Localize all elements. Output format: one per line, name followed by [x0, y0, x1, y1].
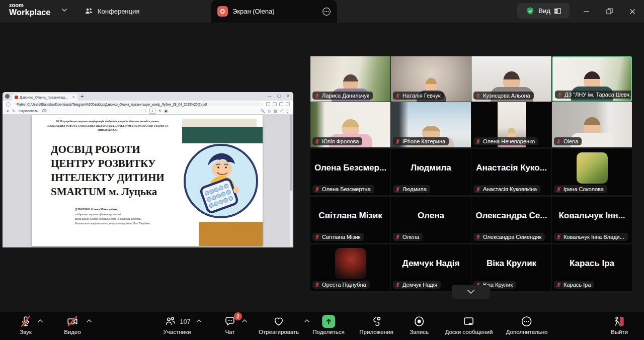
window-restore-button[interactable]: [601, 0, 618, 23]
react-options-chevron[interactable]: [304, 319, 310, 323]
display-name: Карась Іра: [552, 259, 632, 269]
participant-name: Olena: [564, 138, 578, 144]
name-tile[interactable]: Олександра Се... Олександра Семендяк: [471, 197, 551, 243]
name-tile[interactable]: Людмила Людмила: [391, 149, 471, 195]
url-field[interactable]: Файл | C:/Users/Stanislav/Downloads/Tele…: [13, 102, 264, 107]
tab-conference[interactable]: Конференция: [85, 0, 139, 23]
tab-options-icon[interactable]: [322, 7, 331, 16]
audio-options-chevron[interactable]: [37, 319, 43, 323]
toolbar-record-button[interactable]: Запись: [410, 314, 429, 335]
heart-icon: [272, 314, 285, 328]
video-tile[interactable]: iPhone Катерина: [391, 102, 471, 147]
video-tile[interactable]: Юлія Фролова: [310, 102, 390, 147]
pdf-more-icon[interactable]: ⋮: [286, 109, 289, 113]
mic-muted-icon: [556, 139, 561, 144]
display-name: Олександра Се...: [471, 211, 551, 221]
record-icon: [413, 314, 426, 328]
tab-screen-label: Экран (Olena): [232, 8, 275, 15]
participants-options-chevron[interactable]: [196, 319, 202, 323]
participant-name: Світлана Мізик: [322, 234, 360, 240]
chevron-down-icon: [467, 289, 475, 294]
toolbar-share-label: Поделиться: [312, 329, 345, 335]
toolbar-react-button[interactable]: Отреагировать: [259, 314, 299, 335]
top-bar: zoom Workplace Конференция O Экран (Olen…: [0, 0, 644, 23]
name-tile[interactable]: Карась Іра Карась Іра: [552, 244, 632, 291]
toolbar-participants-button[interactable]: 107 Участники: [164, 314, 191, 335]
pdf-search-icon[interactable]: 🔍: [260, 109, 265, 113]
video-tile-active-speaker[interactable]: ДЗ "ЛНУ ім. Тараса Шевч...: [552, 56, 632, 102]
slide-author-block: ДЗВОНКО Олена Миколаївна, здобувачка пер…: [75, 207, 181, 226]
pdf-rotate-icon[interactable]: ⟲: [158, 109, 162, 113]
slide-teal-band: [182, 127, 263, 143]
pdf-draw-button[interactable]: Нарисовать: [19, 109, 38, 113]
pdf-fullscreen-icon[interactable]: ⤢: [280, 109, 283, 113]
toolbar-audio-button[interactable]: Звук: [19, 314, 32, 335]
mic-muted-icon: [395, 282, 400, 288]
zoom-out-icon[interactable]: −: [139, 109, 141, 113]
video-tile[interactable]: Олена Нечепоренко: [471, 102, 551, 147]
mic-muted-icon: [314, 282, 320, 288]
video-tile[interactable]: Наталія Гевчук: [391, 56, 471, 102]
workspace-chevron-down-icon[interactable]: [61, 8, 67, 12]
zoom-in-icon[interactable]: +: [144, 109, 146, 113]
video-tile[interactable]: Кузнєцова Альона: [471, 56, 551, 102]
participant-name: Анастасія Куковякіна: [483, 186, 537, 192]
slide-conference-header: ІІІ Всеукраїнська наукова конференція зд…: [42, 119, 174, 132]
toolbar-whiteboards-button[interactable]: Доски сообщений: [445, 314, 493, 335]
name-tile[interactable]: Демчук Надія Демчук Надія: [391, 244, 471, 291]
toolbar-share-button[interactable]: Поделиться: [312, 314, 345, 335]
new-tab-button[interactable]: +: [80, 93, 84, 99]
pdf-toolbar: ≡ ✎ Нарисовать ⌫ − + 1 ⟲ ▣ 🔍 ⎙ ▥ ⤢ ⋮: [3, 108, 293, 115]
slide-author-line3: Волинського національного університету і…: [75, 221, 181, 226]
name-tile[interactable]: Світлана Мізик Світлана Мізик: [310, 197, 390, 243]
name-tile[interactable]: Анастасія Куко... Анастасія Куковякіна: [471, 149, 551, 195]
people-group-icon: [85, 8, 93, 15]
toolbar-leave-button[interactable]: Выйти: [611, 314, 628, 335]
name-tile[interactable]: Олена Безсмер... Олена Безсмертна: [310, 149, 390, 195]
browser-reload-icon[interactable]: [6, 102, 11, 107]
toolbar-chat-button[interactable]: 2 Чат: [223, 314, 236, 335]
pdf-eraser-icon[interactable]: ⌫: [41, 109, 46, 113]
pdf-pen-icon[interactable]: ✎: [12, 109, 15, 113]
browser-pdf-tab[interactable]: Дзвонко_Олена_презентаці... ✕: [12, 94, 77, 101]
pdf-page-field[interactable]: 1: [149, 109, 155, 114]
view-button[interactable]: Вид: [517, 3, 570, 19]
name-tile[interactable]: Ковальчук Інн... Ковальчук Інна Влади...: [552, 197, 632, 243]
toolbar-more-button[interactable]: Дополнительно: [506, 314, 548, 335]
pdf-scrollbar[interactable]: [290, 115, 292, 246]
chat-options-chevron[interactable]: [242, 319, 248, 323]
more-participants-button[interactable]: [452, 285, 490, 299]
name-tile[interactable]: Віка Крулик Віка Крулик: [471, 244, 551, 291]
pdf-print-icon[interactable]: ⎙: [268, 109, 271, 113]
pdf-menu-icon[interactable]: ≡: [7, 109, 9, 113]
toolbar-apps-button[interactable]: Приложения: [359, 314, 393, 335]
participant-name-pill: Олена Нечепоренко: [473, 137, 538, 145]
browser-action-icons[interactable]: [266, 102, 290, 106]
window-minimize-button[interactable]: [578, 0, 595, 23]
participant-name: Олександра Семендяк: [483, 234, 541, 240]
pdf-save-icon[interactable]: ▥: [274, 109, 277, 113]
toolbar-video-button[interactable]: Видео: [64, 314, 81, 335]
video-tile[interactable]: Лариса Данильчук: [310, 56, 390, 102]
avatar-tile[interactable]: Ірина Соколова: [552, 149, 632, 195]
leave-meeting-icon: [613, 314, 626, 328]
pdf-file-icon: [15, 96, 18, 99]
browser-profile-icon[interactable]: [5, 94, 10, 99]
pdf-fit-icon[interactable]: ▣: [164, 109, 168, 113]
mic-muted-icon: [314, 139, 320, 144]
video-options-chevron[interactable]: [86, 319, 92, 323]
window-close-button[interactable]: [624, 0, 641, 23]
participant-name-pill: Анастасія Куковякіна: [473, 185, 540, 193]
tab-screen-share[interactable]: O Экран (Olena): [211, 0, 337, 23]
avatar-tile[interactable]: Ореста Підлубна: [310, 244, 390, 291]
browser-window-controls[interactable]: —▢✕: [268, 94, 290, 98]
participant-name: Олена Нечепоренко: [483, 138, 535, 144]
whiteboard-icon: [462, 314, 475, 328]
display-name: Демчук Надія: [391, 259, 471, 269]
participant-name: Олена Безсмертна: [322, 186, 371, 192]
participant-name-pill: Ірина Соколова: [554, 185, 607, 193]
toolbar-audio-label: Звук: [20, 329, 32, 335]
video-tile[interactable]: Olena: [552, 102, 632, 147]
tab-close-icon[interactable]: ✕: [72, 95, 75, 99]
name-tile[interactable]: Олена Олена: [391, 197, 471, 243]
